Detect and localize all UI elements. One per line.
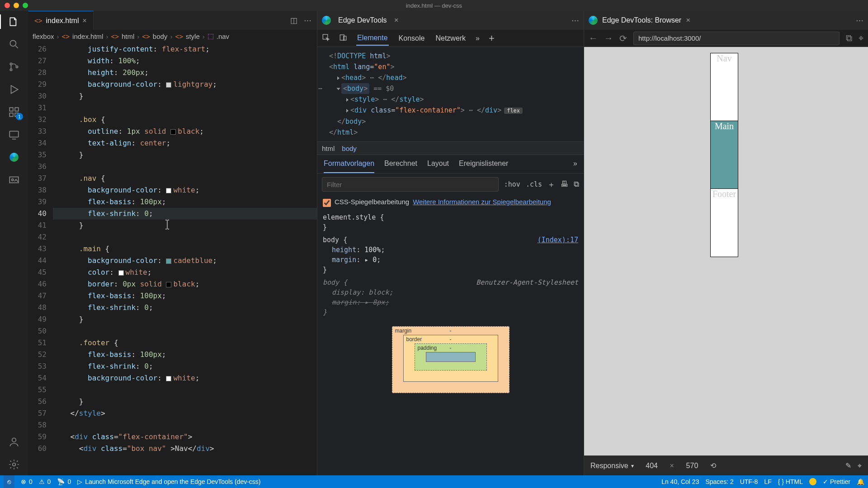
- css-mirror-checkbox[interactable]: [323, 199, 331, 207]
- hov-toggle[interactable]: :hov: [504, 180, 520, 188]
- devtools-tab-network[interactable]: Netzwerk: [434, 32, 467, 45]
- run-debug-icon[interactable]: [8, 83, 20, 96]
- browser-more-icon[interactable]: ⋯: [856, 16, 863, 25]
- browser-preview-panel: Edge DevTools: Browser × ⋯ ← → ⟳ http://…: [584, 11, 868, 475]
- settings-gear-icon[interactable]: [8, 458, 20, 471]
- status-bar: ⎋ ⊗ 0 ⚠ 0 📡 0 ▷ Launch Microsoft Edge an…: [0, 475, 868, 488]
- status-yellow-icon[interactable]: [809, 478, 816, 485]
- css-rules[interactable]: element.style { } (Index):17body { heigh…: [317, 210, 584, 320]
- styles-tab-computed[interactable]: Berechnet: [384, 160, 417, 173]
- eyedropper-icon[interactable]: ✎: [845, 461, 851, 470]
- source-control-icon[interactable]: [8, 61, 20, 73]
- css-mirror-row: CSS-Spiegelbearbeitung Weitere Informati…: [317, 195, 584, 210]
- device-toggle-icon[interactable]: [339, 33, 347, 43]
- devtools-tab-title[interactable]: Edge DevTools: [338, 16, 387, 24]
- box-model[interactable]: margin- border- padding-: [392, 326, 509, 393]
- toggle-computed-sidebar-icon[interactable]: ⧉: [574, 180, 579, 189]
- dom-path-item[interactable]: html: [322, 145, 335, 152]
- rendered-nav-box: Nav: [711, 53, 738, 121]
- styles-tabs-overflow-icon[interactable]: »: [573, 160, 577, 173]
- devtools-tab-console[interactable]: Konsole: [398, 32, 426, 45]
- source-link[interactable]: (Index):17: [538, 235, 578, 245]
- styles-tab-styles[interactable]: Formatvorlagen: [324, 160, 374, 173]
- window-title: index.html — dev-css: [0, 2, 868, 9]
- editor-more-icon[interactable]: ⋯: [304, 16, 311, 25]
- tab-index-html[interactable]: <> index.html ×: [28, 11, 94, 30]
- remote-explorer-icon[interactable]: [8, 128, 20, 141]
- prettier-status[interactable]: ✓ Prettier: [823, 478, 850, 485]
- cls-toggle[interactable]: .cls: [526, 180, 542, 188]
- screenshot-icon[interactable]: ⌖: [858, 462, 862, 470]
- styles-tab-eventlisteners[interactable]: Ereignislistener: [459, 160, 508, 173]
- url-bar[interactable]: http://localhost:3000/: [633, 32, 840, 45]
- svg-rect-13: [323, 34, 328, 39]
- launch-edge[interactable]: ▷ Launch Microsoft Edge and open the Edg…: [77, 478, 260, 485]
- device-select[interactable]: Responsive ▾: [590, 462, 634, 470]
- toggle-print-media-icon[interactable]: 🖶: [561, 180, 568, 189]
- styles-tab-layout[interactable]: Layout: [427, 160, 449, 173]
- devtools-more-icon[interactable]: ⋯: [571, 16, 579, 25]
- svg-rect-8: [9, 131, 19, 137]
- edge-tools-icon[interactable]: [8, 151, 20, 164]
- edge-icon: [589, 16, 598, 25]
- devtools-tabs-overflow-icon[interactable]: »: [476, 34, 480, 42]
- remote-indicator[interactable]: ⎋: [4, 475, 14, 488]
- search-icon[interactable]: [8, 38, 20, 51]
- eol[interactable]: LF: [764, 478, 771, 485]
- forward-icon[interactable]: →: [604, 33, 613, 43]
- breadcrumb-item[interactable]: .nav: [217, 33, 229, 40]
- breadcrumb-item[interactable]: html: [122, 33, 134, 40]
- window-titlebar: index.html — dev-css: [0, 0, 868, 11]
- dom-tree[interactable]: <!DOCTYPE html> <html lang="en"> <head> …: [317, 47, 584, 141]
- rendered-flex-container: Nav Main Footer: [711, 53, 738, 266]
- svg-rect-6: [9, 113, 13, 117]
- split-editor-icon[interactable]: ◫: [290, 16, 297, 25]
- browser-viewport[interactable]: Nav Main Footer: [584, 47, 868, 455]
- close-size-icon[interactable]: ×: [670, 462, 674, 470]
- viewport-height-input[interactable]: [680, 462, 704, 470]
- encoding[interactable]: UTF-8: [740, 478, 758, 485]
- indentation[interactable]: Spaces: 2: [705, 478, 733, 485]
- devtools-tab-elements[interactable]: Elemente: [356, 31, 389, 46]
- explorer-icon[interactable]: [8, 15, 20, 28]
- viewport-width-input[interactable]: [640, 462, 664, 470]
- browser-toolbar: ← → ⟳ http://localhost:3000/ ⧉ ⌖: [584, 30, 868, 47]
- svg-point-2: [10, 69, 12, 70]
- back-icon[interactable]: ←: [589, 33, 598, 43]
- breadcrumb-item[interactable]: index.html: [72, 33, 103, 40]
- live-preview-icon[interactable]: [8, 174, 20, 186]
- devtools-tab-close-icon[interactable]: ×: [394, 16, 399, 25]
- extensions-icon[interactable]: 1: [8, 106, 20, 118]
- account-icon[interactable]: [8, 436, 20, 448]
- screenshot-icon[interactable]: ⌖: [859, 33, 863, 43]
- language-mode[interactable]: { } HTML: [778, 478, 803, 485]
- dom-path-item[interactable]: body: [342, 145, 357, 152]
- svg-point-10: [12, 179, 14, 181]
- devtools-add-tab-icon[interactable]: +: [489, 33, 495, 44]
- cursor-position[interactable]: Ln 40, Col 23: [661, 478, 699, 485]
- notifications-icon[interactable]: 🔔: [857, 478, 864, 485]
- new-style-rule-icon[interactable]: ＋: [547, 179, 555, 190]
- breadcrumb-item[interactable]: body: [153, 33, 168, 40]
- svg-rect-4: [9, 108, 13, 111]
- browser-tab-title[interactable]: Edge DevTools: Browser: [602, 16, 681, 24]
- svg-rect-5: [15, 108, 19, 111]
- open-external-icon[interactable]: ⧉: [846, 33, 852, 43]
- code-editor[interactable]: 2627282930313233343536373839404142434445…: [28, 42, 317, 475]
- breadcrumb-item[interactable]: flexbox: [33, 33, 54, 40]
- breadcrumb-item[interactable]: style: [186, 33, 200, 40]
- tab-close-icon[interactable]: ×: [82, 17, 86, 25]
- rotate-icon[interactable]: ⟲: [710, 461, 716, 470]
- ports-indicator[interactable]: 📡 0: [57, 478, 71, 485]
- reload-icon[interactable]: ⟳: [619, 33, 627, 44]
- styles-tabs: Formatvorlagen Berechnet Layout Ereignis…: [317, 155, 584, 174]
- css-mirror-link[interactable]: Weitere Informationen zur Spiegelbearbei…: [413, 198, 551, 206]
- flex-badge[interactable]: flex: [504, 108, 523, 114]
- breadcrumbs[interactable]: flexbox› <>index.html› <>html› <>body› <…: [28, 30, 317, 42]
- dom-path[interactable]: html body: [317, 141, 584, 155]
- browser-tab-close-icon[interactable]: ×: [686, 16, 690, 25]
- styles-filter-input[interactable]: [322, 177, 499, 192]
- device-emulation-bar: Responsive ▾ × ⟲ ✎ ⌖: [584, 455, 868, 475]
- problems-indicator[interactable]: ⊗ 0 ⚠ 0: [21, 478, 51, 485]
- inspect-element-icon[interactable]: [322, 33, 330, 43]
